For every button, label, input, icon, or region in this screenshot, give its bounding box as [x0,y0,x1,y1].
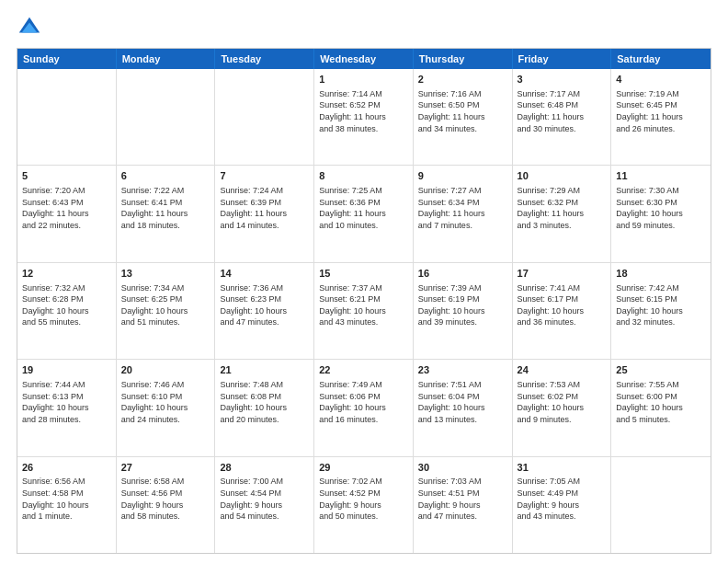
day-cell-31: 31Sunrise: 7:05 AM Sunset: 4:49 PM Dayli… [513,457,612,553]
calendar-row-2: 12Sunrise: 7:32 AM Sunset: 6:28 PM Dayli… [17,263,711,360]
day-info: Sunrise: 7:49 AM Sunset: 6:06 PM Dayligh… [319,379,408,425]
day-info: Sunrise: 7:37 AM Sunset: 6:21 PM Dayligh… [319,282,408,328]
day-info: Sunrise: 7:51 AM Sunset: 6:04 PM Dayligh… [418,379,507,425]
day-info: Sunrise: 7:30 AM Sunset: 6:30 PM Dayligh… [616,185,706,231]
day-number: 28 [220,461,309,475]
day-number: 5 [22,169,111,183]
day-info: Sunrise: 7:19 AM Sunset: 6:45 PM Dayligh… [616,88,706,134]
day-number: 25 [616,363,706,377]
day-cell-2: 2Sunrise: 7:16 AM Sunset: 6:50 PM Daylig… [414,69,513,165]
day-number: 27 [121,461,210,475]
day-number: 8 [319,169,408,183]
day-number: 26 [22,461,111,475]
day-info: Sunrise: 7:00 AM Sunset: 4:54 PM Dayligh… [220,476,309,522]
day-info: Sunrise: 7:27 AM Sunset: 6:34 PM Dayligh… [418,185,507,231]
day-info: Sunrise: 7:03 AM Sunset: 4:51 PM Dayligh… [418,476,507,522]
page: SundayMondayTuesdayWednesdayThursdayFrid… [0,0,728,563]
day-info: Sunrise: 7:39 AM Sunset: 6:19 PM Dayligh… [418,282,507,328]
day-cell-empty-4-6 [611,457,711,553]
weekday-header-wednesday: Wednesday [314,49,414,69]
day-info: Sunrise: 7:17 AM Sunset: 6:48 PM Dayligh… [518,88,607,134]
day-cell-3: 3Sunrise: 7:17 AM Sunset: 6:48 PM Daylig… [513,69,612,165]
weekday-header-tuesday: Tuesday [215,49,314,69]
calendar-row-3: 19Sunrise: 7:44 AM Sunset: 6:13 PM Dayli… [17,360,711,456]
day-cell-4: 4Sunrise: 7:19 AM Sunset: 6:45 PM Daylig… [611,69,711,165]
day-number: 17 [518,267,607,281]
day-cell-29: 29Sunrise: 7:02 AM Sunset: 4:52 PM Dayli… [314,457,414,553]
day-cell-14: 14Sunrise: 7:36 AM Sunset: 6:23 PM Dayli… [215,263,314,359]
day-info: Sunrise: 7:36 AM Sunset: 6:23 PM Dayligh… [220,282,309,328]
day-cell-9: 9Sunrise: 7:27 AM Sunset: 6:34 PM Daylig… [414,166,513,261]
day-number: 21 [220,363,309,377]
day-number: 2 [418,73,507,86]
day-number: 20 [121,363,210,377]
day-number: 9 [418,169,507,183]
day-cell-8: 8Sunrise: 7:25 AM Sunset: 6:36 PM Daylig… [314,166,414,261]
day-number: 13 [121,267,210,281]
day-info: Sunrise: 6:58 AM Sunset: 4:56 PM Dayligh… [121,476,210,522]
weekday-header-saturday: Saturday [611,49,711,69]
day-cell-28: 28Sunrise: 7:00 AM Sunset: 4:54 PM Dayli… [215,457,314,553]
day-cell-18: 18Sunrise: 7:42 AM Sunset: 6:15 PM Dayli… [611,263,711,359]
calendar-row-4: 26Sunrise: 6:56 AM Sunset: 4:58 PM Dayli… [17,457,711,553]
day-info: Sunrise: 7:24 AM Sunset: 6:39 PM Dayligh… [220,185,309,231]
day-cell-7: 7Sunrise: 7:24 AM Sunset: 6:39 PM Daylig… [215,166,314,261]
calendar: SundayMondayTuesdayWednesdayThursdayFrid… [17,48,711,554]
day-number: 12 [22,267,111,281]
day-number: 4 [616,73,706,86]
weekday-header-monday: Monday [117,49,216,69]
day-cell-empty-0-0 [17,69,117,165]
day-info: Sunrise: 7:42 AM Sunset: 6:15 PM Dayligh… [616,282,706,328]
day-cell-24: 24Sunrise: 7:53 AM Sunset: 6:02 PM Dayli… [513,360,612,455]
day-info: Sunrise: 6:56 AM Sunset: 4:58 PM Dayligh… [22,476,111,522]
day-number: 15 [319,267,408,281]
day-cell-23: 23Sunrise: 7:51 AM Sunset: 6:04 PM Dayli… [414,360,513,455]
day-number: 14 [220,267,309,281]
day-cell-10: 10Sunrise: 7:29 AM Sunset: 6:32 PM Dayli… [513,166,612,261]
day-number: 6 [121,169,210,183]
day-info: Sunrise: 7:46 AM Sunset: 6:10 PM Dayligh… [121,379,210,425]
day-info: Sunrise: 7:34 AM Sunset: 6:25 PM Dayligh… [121,282,210,328]
day-number: 7 [220,169,309,183]
day-cell-30: 30Sunrise: 7:03 AM Sunset: 4:51 PM Dayli… [414,457,513,553]
day-cell-19: 19Sunrise: 7:44 AM Sunset: 6:13 PM Dayli… [17,360,117,455]
day-cell-5: 5Sunrise: 7:20 AM Sunset: 6:43 PM Daylig… [17,166,117,261]
calendar-header: SundayMondayTuesdayWednesdayThursdayFrid… [17,49,711,69]
weekday-header-friday: Friday [513,49,612,69]
day-cell-16: 16Sunrise: 7:39 AM Sunset: 6:19 PM Dayli… [414,263,513,359]
day-cell-27: 27Sunrise: 6:58 AM Sunset: 4:56 PM Dayli… [117,457,216,553]
day-number: 30 [418,461,507,475]
day-info: Sunrise: 7:22 AM Sunset: 6:41 PM Dayligh… [121,185,210,231]
day-number: 16 [418,267,507,281]
day-info: Sunrise: 7:20 AM Sunset: 6:43 PM Dayligh… [22,185,111,231]
day-cell-26: 26Sunrise: 6:56 AM Sunset: 4:58 PM Dayli… [17,457,117,553]
day-cell-22: 22Sunrise: 7:49 AM Sunset: 6:06 PM Dayli… [314,360,414,455]
calendar-row-1: 5Sunrise: 7:20 AM Sunset: 6:43 PM Daylig… [17,166,711,262]
day-info: Sunrise: 7:44 AM Sunset: 6:13 PM Dayligh… [22,379,111,425]
calendar-body: 1Sunrise: 7:14 AM Sunset: 6:52 PM Daylig… [17,69,711,553]
day-info: Sunrise: 7:25 AM Sunset: 6:36 PM Dayligh… [319,185,408,231]
day-number: 11 [616,169,706,183]
day-number: 31 [518,461,607,475]
day-number: 23 [418,363,507,377]
day-cell-17: 17Sunrise: 7:41 AM Sunset: 6:17 PM Dayli… [513,263,612,359]
day-info: Sunrise: 7:14 AM Sunset: 6:52 PM Dayligh… [319,88,408,134]
day-info: Sunrise: 7:16 AM Sunset: 6:50 PM Dayligh… [418,88,507,134]
day-cell-15: 15Sunrise: 7:37 AM Sunset: 6:21 PM Dayli… [314,263,414,359]
day-cell-20: 20Sunrise: 7:46 AM Sunset: 6:10 PM Dayli… [117,360,216,455]
day-info: Sunrise: 7:02 AM Sunset: 4:52 PM Dayligh… [319,476,408,522]
day-cell-25: 25Sunrise: 7:55 AM Sunset: 6:00 PM Dayli… [611,360,711,455]
day-number: 29 [319,461,408,475]
day-number: 10 [518,169,607,183]
calendar-row-0: 1Sunrise: 7:14 AM Sunset: 6:52 PM Daylig… [17,69,711,166]
day-cell-12: 12Sunrise: 7:32 AM Sunset: 6:28 PM Dayli… [17,263,117,359]
logo [17,15,46,40]
day-info: Sunrise: 7:55 AM Sunset: 6:00 PM Dayligh… [616,379,706,425]
day-number: 19 [22,363,111,377]
day-number: 22 [319,363,408,377]
day-info: Sunrise: 7:32 AM Sunset: 6:28 PM Dayligh… [22,282,111,328]
day-info: Sunrise: 7:29 AM Sunset: 6:32 PM Dayligh… [518,185,607,231]
day-number: 24 [518,363,607,377]
day-cell-empty-0-2 [215,69,314,165]
day-cell-empty-0-1 [117,69,216,165]
